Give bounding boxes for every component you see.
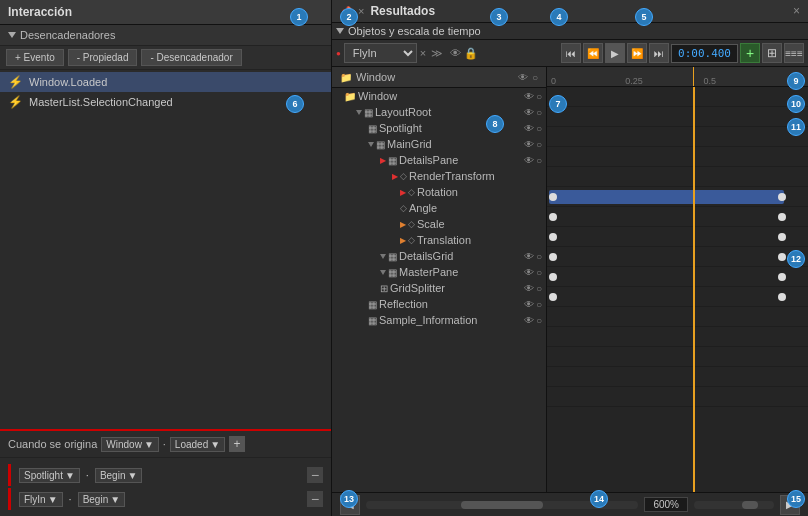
- lightning-icon: ⚡: [8, 75, 23, 89]
- keyframe-dot[interactable]: [778, 233, 786, 241]
- track-row[interactable]: [547, 287, 808, 307]
- content-area: 📁 Window 👁 ○ 📁 Window 👁 ○ ▦ LayoutRoot: [332, 67, 808, 492]
- diamond-icon: ◇: [400, 171, 407, 181]
- track-row[interactable]: [547, 347, 808, 367]
- event-item[interactable]: ⚡ Window.Loaded: [0, 72, 331, 92]
- track-row[interactable]: [547, 387, 808, 407]
- tree-item-label: Spotlight: [379, 122, 422, 134]
- bottom-bar: ◀ 600% ▶: [332, 492, 808, 516]
- event-label: MasterList.SelectionChanged: [29, 96, 173, 108]
- timeline-controls: ⏮ ⏪ ▶ ⏩ ⏭ 0:00.400 + ⊞ ≡≡≡: [561, 43, 804, 63]
- tree-item[interactable]: ▦ DetailsGrid 👁 ○: [332, 248, 546, 264]
- tree-item-spotlight[interactable]: ▦ Spotlight 👁 ○: [332, 120, 546, 136]
- zoom-display: 600%: [644, 497, 688, 512]
- keyframe-dot[interactable]: [778, 293, 786, 301]
- trigger-rows: Spotlight ▼ · Begin ▼ − FlyIn ▼: [0, 458, 331, 516]
- tree-item-label: Translation: [417, 234, 471, 246]
- skip-to-start-button[interactable]: ⏮: [561, 43, 581, 63]
- eye-icon: 👁: [524, 315, 534, 326]
- layout-icon: ▦: [368, 123, 377, 134]
- circle-icon: ○: [532, 72, 538, 83]
- tree-item[interactable]: ▶ ◇ Rotation: [332, 184, 546, 200]
- keyframe-dot[interactable]: [778, 213, 786, 221]
- eye-icon: 👁: [524, 251, 534, 262]
- event-type-dropdown[interactable]: Begin ▼: [78, 492, 125, 507]
- splitter-icon: ⊞: [380, 283, 388, 294]
- zoom-slider[interactable]: [694, 501, 774, 509]
- left-panel: Interacción Desencadenadores + Evento - …: [0, 0, 332, 516]
- keyframe-dot[interactable]: [549, 273, 557, 281]
- track-row[interactable]: [547, 307, 808, 327]
- add-trigger-button[interactable]: +: [229, 436, 245, 452]
- skip-to-end-button[interactable]: ⏭: [649, 43, 669, 63]
- state-dropdown[interactable]: Loaded ▼: [170, 437, 225, 452]
- red-triangle-icon: ▶: [392, 172, 398, 181]
- track-row-details-pane[interactable]: [547, 187, 808, 207]
- keyframe-dot[interactable]: [778, 273, 786, 281]
- chevron-down-icon: ▼: [127, 470, 137, 481]
- eye-icon[interactable]: 👁: [450, 47, 461, 59]
- lock-icon[interactable]: 🔒: [464, 47, 478, 60]
- timeline-options-button[interactable]: ≡≡≡: [784, 43, 804, 63]
- add-property-button[interactable]: - Propiedad: [68, 49, 138, 66]
- keyframe-dot[interactable]: [549, 293, 557, 301]
- track-row[interactable]: [547, 227, 808, 247]
- close-right-panel-button[interactable]: ×: [793, 4, 800, 18]
- keyframe-dot[interactable]: [549, 213, 557, 221]
- add-keyframe-button[interactable]: +: [740, 43, 760, 63]
- close-animation-icon[interactable]: ×: [420, 47, 426, 59]
- tree-item-sample-information[interactable]: ▦ Sample_Information 👁 ○: [332, 312, 546, 328]
- remove-trigger-btn[interactable]: −: [307, 467, 323, 483]
- tree-item[interactable]: ◇ Angle: [332, 200, 546, 216]
- keyframe-dot[interactable]: [778, 253, 786, 261]
- tree-item[interactable]: ▦ Reflection 👁 ○: [332, 296, 546, 312]
- tree-item[interactable]: 📁 Window 👁 ○: [332, 88, 546, 104]
- track-row[interactable]: [547, 207, 808, 227]
- track-row[interactable]: [547, 247, 808, 267]
- tree-item[interactable]: ▶ ▦ DetailsPane 👁 ○: [332, 152, 546, 168]
- window-dropdown[interactable]: Window ▼: [101, 437, 158, 452]
- tree-item[interactable]: ⊞ GridSplitter 👁 ○: [332, 280, 546, 296]
- play-button[interactable]: ▶: [605, 43, 625, 63]
- step-forward-button[interactable]: ⏩: [627, 43, 647, 63]
- annotation-7: 7: [549, 95, 567, 113]
- animation-name-dropdown[interactable]: FlyIn ▼: [19, 492, 63, 507]
- annotation-3: 3: [490, 8, 508, 26]
- keyframe-dot[interactable]: [549, 233, 557, 241]
- track-row[interactable]: [547, 327, 808, 347]
- keyframe-dot[interactable]: [549, 253, 557, 261]
- track-row[interactable]: [547, 367, 808, 387]
- tree-item[interactable]: ▦ LayoutRoot 👁 ○: [332, 104, 546, 120]
- circle-icon: ○: [536, 315, 542, 326]
- when-origin-label: Cuando se origina: [8, 438, 97, 450]
- track-row[interactable]: [547, 167, 808, 187]
- add-event-button[interactable]: + Evento: [6, 49, 64, 66]
- track-row[interactable]: [547, 127, 808, 147]
- keyframe-dot[interactable]: [549, 193, 557, 201]
- step-back-button[interactable]: ⏪: [583, 43, 603, 63]
- track-row[interactable]: [547, 147, 808, 167]
- tree-item[interactable]: ▶ ◇ RenderTransform: [332, 168, 546, 184]
- tree-item[interactable]: ▶ ◇ Scale: [332, 216, 546, 232]
- remove-trigger-button[interactable]: - Desencadenador: [141, 49, 241, 66]
- keyframe-dot[interactable]: [778, 193, 786, 201]
- event-type-dropdown[interactable]: Begin ▼: [95, 468, 142, 483]
- layout-icon: ▦: [388, 267, 397, 278]
- animation-name-dropdown[interactable]: Spotlight ▼: [19, 468, 80, 483]
- tree-item[interactable]: ▦ MasterPane 👁 ○: [332, 264, 546, 280]
- window-root-label: Window: [356, 71, 395, 83]
- timeline-settings-button[interactable]: ⊞: [762, 43, 782, 63]
- track-row[interactable]: [547, 267, 808, 287]
- tree-item[interactable]: ▶ ◇ Translation: [332, 232, 546, 248]
- remove-trigger-btn[interactable]: −: [307, 491, 323, 507]
- expand-animation-icon[interactable]: ≫: [431, 47, 443, 60]
- tree-item-label: RenderTransform: [409, 170, 495, 182]
- tree-item[interactable]: ▦ MainGrid 👁 ○: [332, 136, 546, 152]
- track-row[interactable]: [547, 107, 808, 127]
- event-item[interactable]: ⚡ MasterList.SelectionChanged: [0, 92, 331, 112]
- layout-icon: ▦: [368, 299, 377, 310]
- animation-dropdown[interactable]: FlyIn Spotlight: [344, 43, 417, 63]
- track-row[interactable]: [547, 87, 808, 107]
- event-list: ⚡ Window.Loaded ⚡ MasterList.SelectionCh…: [0, 70, 331, 429]
- time-display: 0:00.400: [671, 44, 738, 63]
